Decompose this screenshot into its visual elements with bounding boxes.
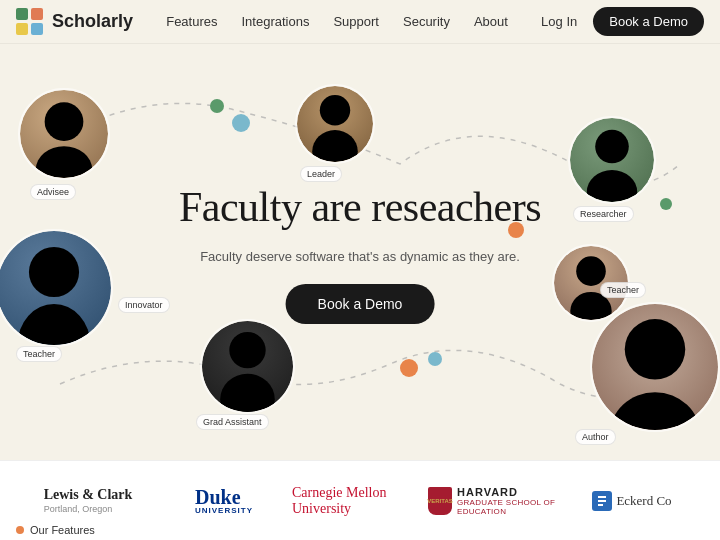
logo-cmu: Carnegie Mellon University — [292, 485, 428, 517]
harvard-name: HARVARD — [457, 486, 564, 498]
eckerd-icon — [592, 491, 612, 511]
svg-point-10 — [576, 256, 606, 286]
features-dot — [16, 526, 24, 534]
svg-point-12 — [625, 319, 685, 379]
logo-harvard: VERITAS HARVARD GRADUATE SCHOOL OF EDUCA… — [428, 486, 564, 516]
nav-links: Features Integrations Support Security A… — [166, 14, 508, 29]
nav-actions: Log In Book a Demo — [541, 7, 704, 36]
person-teacher-left — [0, 229, 113, 347]
person-grad — [200, 319, 295, 414]
lewis-clark-sub: Portland, Oregon — [44, 504, 133, 516]
svg-point-1 — [36, 146, 92, 178]
svg-point-7 — [18, 304, 91, 345]
lewis-clark-name: Lewis & Clark — [44, 486, 133, 504]
person-researcher — [568, 116, 656, 204]
eckerd-name: Eckerd Co — [616, 493, 671, 509]
login-link[interactable]: Log In — [541, 14, 577, 29]
label-teacher-right: Teacher — [600, 282, 646, 298]
label-grad: Grad Assistant — [196, 414, 269, 430]
label-leader: Leader — [300, 166, 342, 182]
nav-support[interactable]: Support — [333, 14, 379, 29]
hero-cta-button[interactable]: Book a Demo — [286, 284, 435, 324]
logo-lewis-clark: Lewis & Clark Portland, Oregon — [20, 486, 156, 516]
label-teacher-left: Teacher — [16, 346, 62, 362]
label-advisee: Advisee — [30, 184, 76, 200]
hero-section: Advisee Leader Researcher Teacher Innova… — [0, 44, 720, 460]
person-advisee — [18, 88, 110, 180]
nav-security[interactable]: Security — [403, 14, 450, 29]
logo-sq-4 — [31, 23, 43, 35]
svg-point-0 — [45, 102, 84, 141]
label-author: Author — [575, 429, 616, 445]
duke-name: Duke — [195, 487, 253, 507]
svg-point-4 — [595, 130, 629, 164]
dot-orange-2 — [400, 359, 418, 377]
duke-sub: UNIVERSITY — [195, 507, 253, 515]
logo-sq-2 — [31, 8, 43, 20]
cmu-name: Carnegie Mellon University — [292, 485, 428, 517]
logo-icon — [16, 8, 44, 36]
nav-features[interactable]: Features — [166, 14, 217, 29]
hero-subtitle: Faculty deserve software that's as dynam… — [200, 249, 520, 264]
harvard-sub: GRADUATE SCHOOL OF EDUCATION — [457, 498, 564, 516]
nav-integrations[interactable]: Integrations — [242, 14, 310, 29]
svg-point-6 — [29, 247, 79, 297]
person-author — [590, 302, 720, 432]
label-innovator: Innovator — [118, 297, 170, 313]
logos-strip: Lewis & Clark Portland, Oregon Duke UNIV… — [0, 460, 720, 540]
our-features-row: Our Features — [16, 520, 95, 540]
hero-title: Faculty are reseachers — [179, 184, 541, 230]
logo-text: Scholarly — [52, 11, 133, 32]
dot-blue-2 — [428, 352, 442, 366]
navbar: Scholarly Features Integrations Support … — [0, 0, 720, 44]
svg-point-2 — [320, 95, 350, 125]
label-researcher: Researcher — [573, 206, 634, 222]
svg-point-8 — [229, 332, 265, 368]
person-leader — [295, 84, 375, 164]
logo-eckerd: Eckerd Co — [564, 491, 700, 511]
svg-point-5 — [587, 170, 637, 202]
nav-about[interactable]: About — [474, 14, 508, 29]
logo[interactable]: Scholarly — [16, 8, 133, 36]
logo-duke: Duke UNIVERSITY — [156, 487, 292, 515]
logo-sq-3 — [16, 23, 28, 35]
harvard-shield: VERITAS — [428, 487, 452, 515]
features-label: Our Features — [30, 524, 95, 536]
svg-point-13 — [610, 392, 701, 430]
dot-green-1 — [210, 99, 224, 113]
svg-point-9 — [220, 374, 275, 412]
svg-point-3 — [312, 130, 358, 162]
dot-blue-1 — [232, 114, 250, 132]
logo-sq-1 — [16, 8, 28, 20]
nav-demo-button[interactable]: Book a Demo — [593, 7, 704, 36]
dot-green-2 — [660, 198, 672, 210]
